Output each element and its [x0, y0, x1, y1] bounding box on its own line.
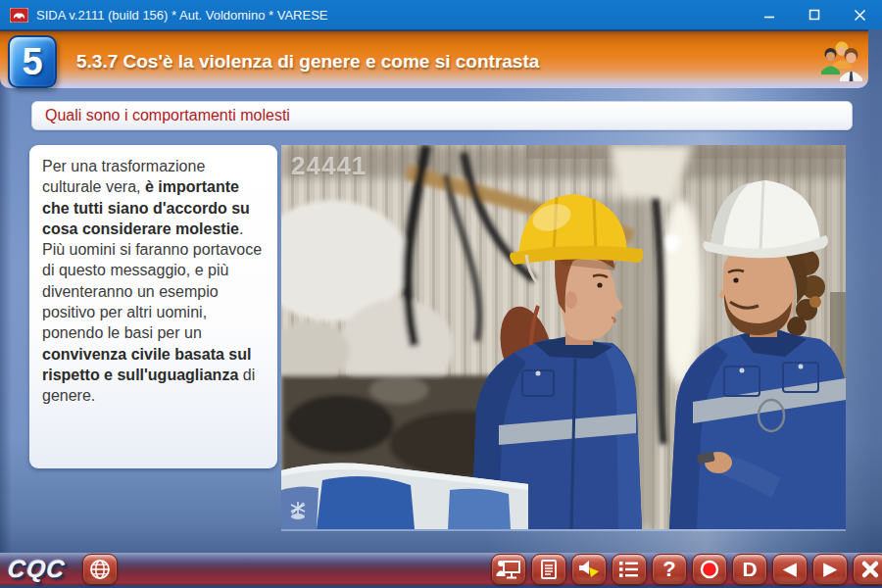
globe-icon — [89, 559, 111, 580]
paragraph-part: . Più uomini si faranno portavoce di que… — [42, 220, 262, 341]
cqc-logo: CQC — [6, 555, 67, 583]
minimize-button[interactable] — [747, 0, 792, 29]
index-button[interactable] — [612, 554, 647, 585]
close-window-button[interactable] — [837, 0, 882, 29]
maximize-icon — [808, 9, 820, 21]
globe-button[interactable] — [82, 554, 118, 585]
help-label: ? — [662, 557, 675, 582]
toolbar: CQC — [0, 553, 882, 588]
forward-button[interactable]: ▶ — [812, 554, 848, 585]
list-icon — [618, 560, 640, 579]
paragraph-bold: convivenza civile basata sul rispetto e … — [42, 346, 251, 383]
document-icon — [539, 559, 559, 580]
record-button[interactable] — [692, 554, 727, 585]
car-app-icon — [10, 8, 28, 23]
section-subtitle: Quali sono i comportamenti molesti — [45, 107, 290, 123]
help-button[interactable]: ? — [652, 554, 687, 585]
chapter-badge: 5 — [8, 35, 57, 88]
forward-arrow-icon: ▶ — [823, 559, 836, 579]
back-arrow-icon: ◀ — [783, 559, 796, 579]
maximize-button[interactable] — [792, 0, 837, 29]
people-group-icon[interactable] — [819, 39, 864, 82]
lesson-title: 5.3.7 Cos'è la violenza di genere e come… — [76, 31, 539, 90]
section-subtitle-bar: Quali sono i comportamenti molesti — [31, 101, 853, 130]
photo-watermark: 24441 — [291, 151, 367, 181]
document-button[interactable] — [531, 554, 566, 585]
lesson-photo: 24441 — [281, 145, 846, 529]
lesson-header: 5 5.3.7 Cos'è la violenza di genere e co… — [0, 29, 868, 88]
record-icon — [698, 558, 721, 581]
presenter-button[interactable] — [491, 554, 526, 585]
window-title: SIDA v.2111 (build 156) * Aut. Voldomino… — [36, 8, 327, 23]
app-window: SIDA v.2111 (build 156) * Aut. Voldomino… — [0, 0, 882, 588]
titlebar: SIDA v.2111 (build 156) * Aut. Voldomino… — [0, 0, 882, 29]
dictionary-button[interactable]: D — [732, 554, 767, 585]
dictionary-label: D — [742, 558, 757, 581]
minimize-icon — [763, 9, 775, 21]
lesson-text-panel: Per una trasformazione culturale vera, è… — [29, 145, 277, 468]
sparkle-logo-icon — [287, 500, 309, 521]
back-button[interactable]: ◀ — [772, 554, 808, 585]
toolbar-button-group: ? D ◀ ▶ — [491, 554, 882, 585]
factory-workers-illustration — [281, 145, 846, 529]
exit-button[interactable] — [853, 554, 882, 585]
close-x-icon — [860, 560, 880, 579]
audio-button[interactable] — [571, 554, 607, 585]
speaker-icon — [577, 559, 601, 580]
close-icon — [854, 9, 866, 22]
presenter-icon — [496, 559, 521, 580]
